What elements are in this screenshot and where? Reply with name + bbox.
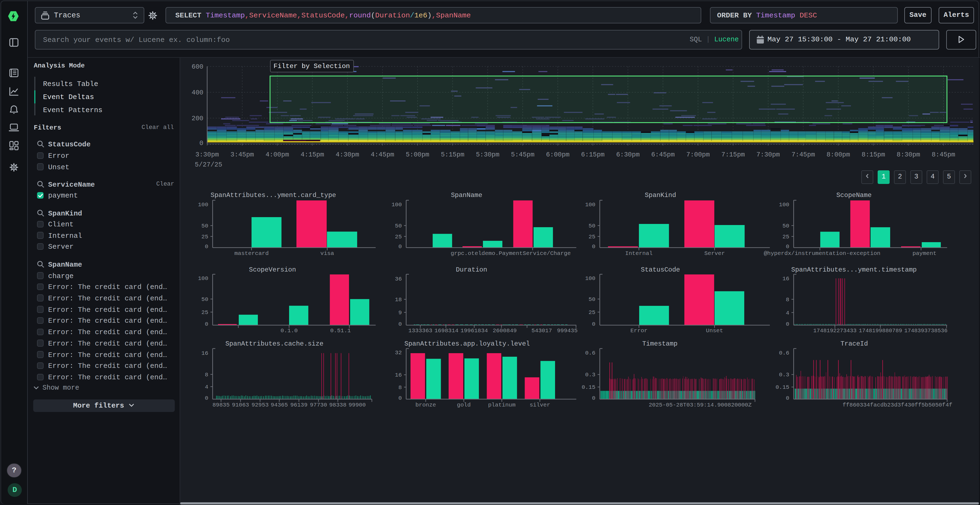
svg-text:0.6: 0.6: [585, 350, 595, 356]
svg-text:5:15pm: 5:15pm: [441, 151, 464, 158]
svg-text:8: 8: [205, 372, 208, 378]
svg-text:5:30pm: 5:30pm: [476, 151, 499, 158]
svg-text:ScopeName: ScopeName: [836, 192, 872, 199]
svg-text:0: 0: [205, 243, 208, 250]
svg-text:5:45pm: 5:45pm: [511, 151, 535, 158]
svg-text:0: 0: [398, 243, 402, 250]
svg-text:16: 16: [395, 372, 402, 378]
svg-text:platinum: platinum: [488, 402, 515, 408]
svg-text:6:15pm: 6:15pm: [581, 151, 605, 158]
svg-text:0: 0: [786, 243, 789, 250]
svg-text:0: 0: [398, 395, 402, 401]
svg-text:100: 100: [391, 202, 402, 208]
svg-text:5:00pm: 5:00pm: [406, 151, 429, 158]
svg-text:19961834: 19961834: [461, 327, 488, 334]
svg-text:98338: 98338: [329, 402, 346, 408]
svg-text:97730: 97730: [310, 402, 327, 408]
svg-text:ff860334facdb23d3f430ff5b5050f: ff860334facdb23d3f430ff5b5050f4f: [843, 402, 952, 408]
svg-text:7:45pm: 7:45pm: [791, 151, 815, 158]
svg-text:7:00pm: 7:00pm: [686, 151, 710, 158]
svg-text:25: 25: [202, 234, 208, 240]
svg-text:50: 50: [589, 296, 595, 303]
svg-text:TraceId: TraceId: [841, 340, 868, 348]
svg-text:8:45pm: 8:45pm: [932, 151, 955, 158]
svg-text:SpanAttributes...yment.timesta: SpanAttributes...yment.timestamp: [791, 266, 917, 273]
svg-text:ScopeVersion: ScopeVersion: [249, 266, 296, 273]
svg-text:0: 0: [786, 395, 789, 401]
svg-text:6:00pm: 6:00pm: [546, 151, 570, 158]
svg-text:4:00pm: 4:00pm: [266, 151, 289, 158]
svg-text:400: 400: [192, 89, 204, 96]
svg-text:bronze: bronze: [415, 402, 436, 408]
svg-text:0: 0: [398, 321, 402, 327]
svg-text:50: 50: [202, 296, 208, 303]
svg-text:0.6: 0.6: [779, 350, 789, 356]
svg-text:6:45pm: 6:45pm: [651, 151, 675, 158]
svg-text:0.3: 0.3: [779, 372, 789, 378]
svg-text:7:15pm: 7:15pm: [721, 151, 745, 158]
svg-text:0.15: 0.15: [776, 384, 789, 391]
svg-text:1748199880789: 1748199880789: [859, 327, 902, 334]
svg-text:25: 25: [783, 234, 789, 240]
svg-text:25: 25: [202, 310, 208, 316]
svg-text:SpanAttributes.cache.size: SpanAttributes.cache.size: [225, 340, 323, 348]
svg-text:91063: 91063: [232, 402, 249, 408]
svg-text:96139: 96139: [290, 402, 307, 408]
svg-text:100: 100: [198, 275, 208, 282]
svg-text:SpanKind: SpanKind: [644, 192, 676, 199]
svg-text:0.3: 0.3: [585, 372, 595, 378]
svg-text:50: 50: [589, 223, 595, 229]
svg-text:SpanAttributes...yment.card_ty: SpanAttributes...yment.card_type: [211, 192, 336, 199]
svg-text:9: 9: [398, 310, 402, 316]
svg-text:36: 36: [395, 276, 402, 282]
svg-text:8:00pm: 8:00pm: [826, 151, 850, 158]
svg-text:8: 8: [398, 384, 402, 391]
svg-text:99900: 99900: [348, 402, 366, 408]
svg-text:100: 100: [779, 202, 789, 208]
svg-text:4: 4: [786, 310, 789, 316]
svg-text:0: 0: [205, 321, 208, 327]
svg-text:3:45pm: 3:45pm: [231, 151, 254, 158]
svg-text:0: 0: [592, 243, 596, 250]
svg-text:4:15pm: 4:15pm: [301, 151, 324, 158]
svg-text:8:15pm: 8:15pm: [862, 151, 885, 158]
svg-text:SpanName: SpanName: [451, 192, 482, 199]
svg-text:7:30pm: 7:30pm: [757, 151, 780, 158]
svg-text:4:30pm: 4:30pm: [336, 151, 359, 158]
svg-text:0.1.0: 0.1.0: [280, 327, 298, 334]
svg-text:3:30pm: 3:30pm: [196, 151, 219, 158]
svg-text:payment: payment: [913, 250, 937, 257]
svg-text:0: 0: [205, 395, 208, 401]
svg-text:1748192273433: 1748192273433: [813, 327, 856, 334]
svg-text:Duration: Duration: [456, 266, 487, 273]
svg-text:2025-05-28T03:59:14.900820000Z: 2025-05-28T03:59:14.900820000Z: [649, 402, 752, 408]
svg-text:1333363: 1333363: [408, 327, 432, 334]
svg-text:silver: silver: [530, 402, 550, 408]
svg-text:SpanAttributes.app.loyalty.lev: SpanAttributes.app.loyalty.level: [404, 340, 530, 348]
svg-text:543017: 543017: [531, 327, 552, 334]
svg-text:0.51.1: 0.51.1: [330, 327, 351, 334]
svg-text:94365: 94365: [270, 402, 288, 408]
svg-text:32: 32: [395, 349, 402, 356]
svg-text:5/27/25: 5/27/25: [195, 161, 223, 168]
svg-text:50: 50: [395, 223, 402, 229]
svg-text:100: 100: [198, 202, 208, 208]
svg-text:25: 25: [589, 310, 595, 316]
svg-text:0.15: 0.15: [582, 384, 595, 391]
svg-text:50: 50: [202, 223, 208, 229]
svg-text:16: 16: [202, 350, 208, 356]
svg-text:25: 25: [395, 234, 402, 240]
svg-text:600: 600: [192, 63, 204, 70]
svg-text:Server: Server: [704, 250, 725, 257]
svg-text:Timestamp: Timestamp: [642, 340, 678, 348]
svg-text:mastercard: mastercard: [234, 250, 269, 257]
svg-text:Error: Error: [630, 327, 648, 334]
svg-text:2600849: 2600849: [493, 327, 517, 334]
svg-text:0: 0: [786, 321, 789, 327]
svg-text:50: 50: [783, 223, 789, 229]
svg-text:4:45pm: 4:45pm: [371, 151, 394, 158]
svg-text:gold: gold: [457, 402, 471, 408]
svg-text:8: 8: [786, 297, 789, 303]
svg-text:0: 0: [592, 321, 596, 327]
svg-text:visa: visa: [320, 250, 334, 257]
